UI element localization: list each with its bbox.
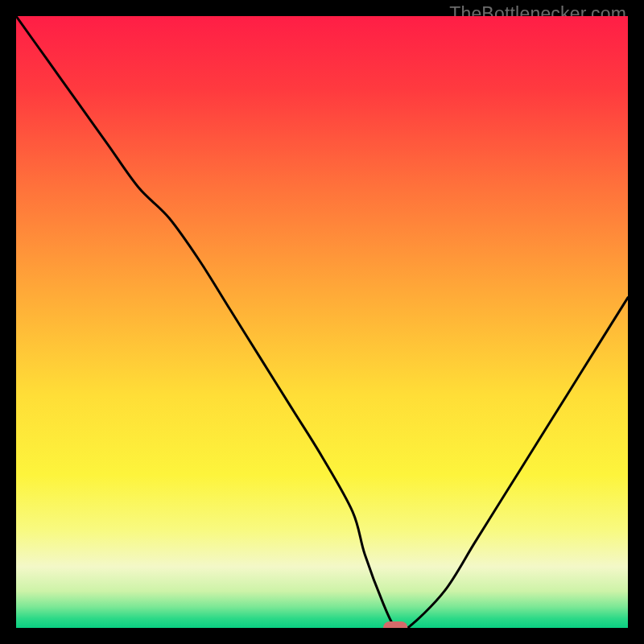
plot-area bbox=[16, 16, 628, 628]
bottleneck-chart bbox=[16, 16, 628, 628]
optimum-marker bbox=[383, 621, 407, 628]
gradient-background bbox=[16, 16, 628, 628]
chart-frame: TheBottlenecker.com bbox=[0, 0, 644, 644]
